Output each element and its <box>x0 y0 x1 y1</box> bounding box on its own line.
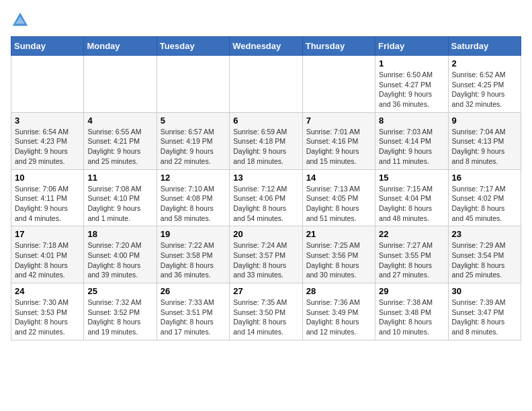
day-info: Sunrise: 7:15 AMSunset: 4:04 PMDaylight:… <box>379 184 444 224</box>
day-number: 1 <box>379 58 444 68</box>
day-info: Sunrise: 7:12 AMSunset: 4:06 PMDaylight:… <box>233 184 298 224</box>
day-info: Sunrise: 6:59 AMSunset: 4:18 PMDaylight:… <box>233 127 298 167</box>
day-info: Sunrise: 7:22 AMSunset: 3:58 PMDaylight:… <box>161 240 226 280</box>
calendar-cell <box>302 56 375 113</box>
calendar-cell: 13Sunrise: 7:12 AMSunset: 4:06 PMDayligh… <box>230 169 302 226</box>
day-info: Sunrise: 6:54 AMSunset: 4:23 PMDaylight:… <box>15 127 80 167</box>
calendar-cell: 30Sunrise: 7:39 AMSunset: 3:47 PMDayligh… <box>448 283 521 340</box>
day-number: 15 <box>379 173 444 183</box>
weekday-header: Monday <box>84 37 157 56</box>
day-number: 21 <box>306 229 371 239</box>
calendar-cell: 29Sunrise: 7:38 AMSunset: 3:48 PMDayligh… <box>375 283 448 340</box>
calendar-cell: 8Sunrise: 7:03 AMSunset: 4:14 PMDaylight… <box>375 112 448 169</box>
weekday-header: Friday <box>375 37 448 56</box>
day-info: Sunrise: 7:24 AMSunset: 3:57 PMDaylight:… <box>233 240 298 280</box>
day-info: Sunrise: 7:18 AMSunset: 4:01 PMDaylight:… <box>15 240 80 280</box>
calendar-table: SundayMondayTuesdayWednesdayThursdayFrid… <box>11 36 521 340</box>
day-number: 16 <box>452 173 517 183</box>
calendar-header-row: SundayMondayTuesdayWednesdayThursdayFrid… <box>11 37 521 56</box>
calendar-cell: 22Sunrise: 7:27 AMSunset: 3:55 PMDayligh… <box>375 226 448 283</box>
day-info: Sunrise: 7:17 AMSunset: 4:02 PMDaylight:… <box>452 184 517 224</box>
day-info: Sunrise: 7:03 AMSunset: 4:14 PMDaylight:… <box>379 127 444 167</box>
day-number: 24 <box>15 286 80 296</box>
day-info: Sunrise: 7:08 AMSunset: 4:10 PMDaylight:… <box>87 184 152 224</box>
calendar-cell: 7Sunrise: 7:01 AMSunset: 4:16 PMDaylight… <box>302 112 375 169</box>
day-info: Sunrise: 7:30 AMSunset: 3:53 PMDaylight:… <box>15 298 80 337</box>
calendar-cell: 5Sunrise: 6:57 AMSunset: 4:19 PMDaylight… <box>157 112 229 169</box>
day-number: 2 <box>452 58 517 68</box>
day-info: Sunrise: 7:13 AMSunset: 4:05 PMDaylight:… <box>306 184 371 224</box>
calendar-cell: 6Sunrise: 6:59 AMSunset: 4:18 PMDaylight… <box>230 112 302 169</box>
day-number: 20 <box>233 229 298 239</box>
day-number: 5 <box>161 116 226 126</box>
day-number: 18 <box>87 229 152 239</box>
day-info: Sunrise: 7:04 AMSunset: 4:13 PMDaylight:… <box>452 127 517 167</box>
weekday-header: Tuesday <box>157 37 229 56</box>
calendar-cell: 27Sunrise: 7:35 AMSunset: 3:50 PMDayligh… <box>230 283 302 340</box>
weekday-header: Thursday <box>302 37 375 56</box>
calendar-cell: 19Sunrise: 7:22 AMSunset: 3:58 PMDayligh… <box>157 226 229 283</box>
calendar-week-row: 1Sunrise: 6:50 AMSunset: 4:27 PMDaylight… <box>11 56 521 113</box>
day-info: Sunrise: 7:27 AMSunset: 3:55 PMDaylight:… <box>379 240 444 280</box>
calendar-cell <box>230 56 302 113</box>
day-number: 11 <box>87 173 152 183</box>
calendar-cell: 12Sunrise: 7:10 AMSunset: 4:08 PMDayligh… <box>157 169 229 226</box>
day-info: Sunrise: 7:35 AMSunset: 3:50 PMDaylight:… <box>233 298 298 337</box>
calendar-cell: 11Sunrise: 7:08 AMSunset: 4:10 PMDayligh… <box>84 169 157 226</box>
calendar-cell: 14Sunrise: 7:13 AMSunset: 4:05 PMDayligh… <box>302 169 375 226</box>
day-info: Sunrise: 7:36 AMSunset: 3:49 PMDaylight:… <box>306 298 371 337</box>
day-number: 13 <box>233 173 298 183</box>
day-number: 28 <box>306 286 371 296</box>
calendar-cell: 3Sunrise: 6:54 AMSunset: 4:23 PMDaylight… <box>11 112 84 169</box>
calendar-cell: 10Sunrise: 7:06 AMSunset: 4:11 PMDayligh… <box>11 169 84 226</box>
calendar-cell: 23Sunrise: 7:29 AMSunset: 3:54 PMDayligh… <box>448 226 521 283</box>
calendar-cell: 25Sunrise: 7:32 AMSunset: 3:52 PMDayligh… <box>84 283 157 340</box>
day-number: 3 <box>15 116 80 126</box>
day-info: Sunrise: 7:29 AMSunset: 3:54 PMDaylight:… <box>452 240 517 280</box>
day-info: Sunrise: 7:38 AMSunset: 3:48 PMDaylight:… <box>379 298 444 337</box>
day-number: 29 <box>379 286 444 296</box>
calendar-cell: 2Sunrise: 6:52 AMSunset: 4:25 PMDaylight… <box>448 56 521 113</box>
day-number: 26 <box>161 286 226 296</box>
day-number: 8 <box>379 116 444 126</box>
day-info: Sunrise: 7:32 AMSunset: 3:52 PMDaylight:… <box>87 298 152 337</box>
logo <box>11 11 32 30</box>
day-number: 27 <box>233 286 298 296</box>
logo-icon <box>11 11 30 30</box>
day-info: Sunrise: 6:52 AMSunset: 4:25 PMDaylight:… <box>452 70 517 109</box>
calendar-week-row: 24Sunrise: 7:30 AMSunset: 3:53 PMDayligh… <box>11 283 521 340</box>
day-number: 23 <box>452 229 517 239</box>
calendar-cell: 26Sunrise: 7:33 AMSunset: 3:51 PMDayligh… <box>157 283 229 340</box>
day-info: Sunrise: 6:57 AMSunset: 4:19 PMDaylight:… <box>161 127 226 167</box>
page-header <box>11 11 521 30</box>
day-number: 12 <box>161 173 226 183</box>
weekday-header: Saturday <box>448 37 521 56</box>
day-info: Sunrise: 7:33 AMSunset: 3:51 PMDaylight:… <box>161 298 226 337</box>
day-number: 6 <box>233 116 298 126</box>
calendar-cell: 18Sunrise: 7:20 AMSunset: 4:00 PMDayligh… <box>84 226 157 283</box>
day-info: Sunrise: 6:55 AMSunset: 4:21 PMDaylight:… <box>87 127 152 167</box>
calendar-cell <box>84 56 157 113</box>
calendar-cell: 16Sunrise: 7:17 AMSunset: 4:02 PMDayligh… <box>448 169 521 226</box>
weekday-header: Wednesday <box>230 37 302 56</box>
day-info: Sunrise: 7:20 AMSunset: 4:00 PMDaylight:… <box>87 240 152 280</box>
day-number: 17 <box>15 229 80 239</box>
calendar-cell: 1Sunrise: 6:50 AMSunset: 4:27 PMDaylight… <box>375 56 448 113</box>
calendar-cell: 24Sunrise: 7:30 AMSunset: 3:53 PMDayligh… <box>11 283 84 340</box>
calendar-week-row: 3Sunrise: 6:54 AMSunset: 4:23 PMDaylight… <box>11 112 521 169</box>
calendar-cell: 17Sunrise: 7:18 AMSunset: 4:01 PMDayligh… <box>11 226 84 283</box>
calendar-cell <box>11 56 84 113</box>
day-info: Sunrise: 7:01 AMSunset: 4:16 PMDaylight:… <box>306 127 371 167</box>
day-number: 22 <box>379 229 444 239</box>
day-number: 14 <box>306 173 371 183</box>
calendar-week-row: 17Sunrise: 7:18 AMSunset: 4:01 PMDayligh… <box>11 226 521 283</box>
calendar-cell: 4Sunrise: 6:55 AMSunset: 4:21 PMDaylight… <box>84 112 157 169</box>
day-info: Sunrise: 7:25 AMSunset: 3:56 PMDaylight:… <box>306 240 371 280</box>
calendar-cell: 20Sunrise: 7:24 AMSunset: 3:57 PMDayligh… <box>230 226 302 283</box>
weekday-header: Sunday <box>11 37 84 56</box>
calendar-week-row: 10Sunrise: 7:06 AMSunset: 4:11 PMDayligh… <box>11 169 521 226</box>
day-number: 9 <box>452 116 517 126</box>
day-number: 10 <box>15 173 80 183</box>
day-info: Sunrise: 7:06 AMSunset: 4:11 PMDaylight:… <box>15 184 80 224</box>
day-info: Sunrise: 6:50 AMSunset: 4:27 PMDaylight:… <box>379 70 444 109</box>
